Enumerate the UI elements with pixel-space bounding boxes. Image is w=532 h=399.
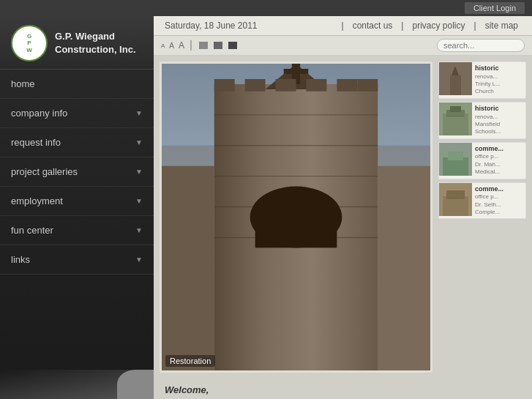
thumbnail-item-3[interactable]: comme... office p... Dr. Mah... Medical.…	[438, 142, 526, 179]
thumbnail-item-1[interactable]: historic renova... Trinity L... Church	[438, 61, 526, 99]
sidebar-item-employment[interactable]: employment ▼	[0, 187, 154, 216]
toolbar: A A A	[154, 36, 532, 56]
chevron-right-icon: ▼	[135, 168, 143, 176]
svg-rect-23	[450, 75, 461, 95]
sidebar-item-label: home	[11, 78, 35, 89]
contact-us-link[interactable]: contact us	[350, 20, 396, 31]
privacy-policy-link[interactable]: privacy policy	[409, 20, 468, 31]
content-area: Saturday, 18 June 2011 | contact us | pr…	[154, 16, 532, 399]
sidebar-item-request-info[interactable]: request info ▼	[0, 128, 154, 157]
svg-rect-32	[443, 196, 468, 216]
svg-rect-20	[357, 79, 378, 92]
sidebar-curl-decoration	[0, 370, 154, 399]
date-display: Saturday, 18 June 2011	[165, 20, 258, 31]
sidebar-item-label: links	[11, 254, 30, 265]
separator: |	[336, 20, 350, 31]
thumbnail-image-3	[439, 143, 472, 176]
sidebar-item-label: project galleries	[11, 166, 78, 177]
sidebar-item-links[interactable]: links ▼	[0, 245, 154, 275]
thumbnail-text-3: comme... office p... Dr. Mah... Medical.…	[472, 143, 525, 179]
font-size-medium-button[interactable]: A	[169, 42, 174, 50]
chevron-right-icon: ▼	[135, 256, 143, 264]
chevron-right-icon: ▼	[135, 226, 143, 234]
svg-rect-10	[284, 69, 309, 74]
view-detail-icon[interactable]	[228, 42, 237, 49]
svg-rect-17	[276, 79, 296, 92]
sidebar-item-label: request info	[11, 137, 61, 148]
top-bar: Client Login	[0, 0, 532, 16]
sidebar-item-fun-center[interactable]: fun center ▼	[0, 216, 154, 245]
thumbnail-text-4: comme... office p... Dr. Seth... Comple.…	[472, 183, 525, 219]
svg-rect-14	[378, 166, 430, 370]
welcome-text: Welcome,	[154, 379, 532, 399]
divider	[190, 40, 192, 51]
site-map-link[interactable]: site map	[482, 20, 521, 31]
svg-rect-13	[162, 166, 214, 370]
slideshow-container: Restoration historic renova...	[154, 56, 532, 379]
font-size-large-button[interactable]: A	[179, 40, 184, 51]
separator: |	[468, 20, 482, 31]
thumbnail-item-4[interactable]: comme... office p... Dr. Seth... Comple.…	[438, 182, 526, 220]
thumbnail-text-2: historic renova... Mansfield Schools...	[472, 102, 525, 138]
thumbnail-image-4	[439, 183, 472, 216]
sidebar-item-company-info[interactable]: company info ▼	[0, 99, 154, 128]
thumbnail-image-1	[439, 62, 472, 95]
slide-caption: Restoration	[165, 355, 215, 367]
logo-area: GPW G.P. Wiegand Construction, Inc.	[0, 16, 154, 70]
logo-circle: GPW	[11, 25, 48, 61]
chevron-right-icon: ▼	[135, 197, 143, 205]
client-login-button[interactable]: Client Login	[465, 2, 525, 14]
view-grid-icon[interactable]	[199, 42, 208, 49]
search-input[interactable]	[437, 39, 525, 52]
main-layout: GPW G.P. Wiegand Construction, Inc. home…	[0, 16, 532, 399]
header-nav-links: | contact us | privacy policy | site map	[336, 20, 521, 31]
chevron-right-icon: ▼	[135, 109, 143, 117]
svg-rect-16	[245, 79, 266, 92]
sidebar-item-label: company info	[11, 108, 67, 119]
chevron-right-icon: ▼	[135, 138, 143, 146]
company-name: G.P. Wiegand Construction, Inc.	[55, 30, 136, 56]
logo-icon: GPW	[26, 33, 32, 54]
sidebar-item-label: fun center	[11, 225, 53, 236]
svg-rect-15	[214, 79, 235, 92]
font-size-small-button[interactable]: A	[161, 42, 165, 49]
thumbnail-image-2	[439, 102, 472, 135]
font-controls: A A A	[161, 40, 239, 51]
sidebar: GPW G.P. Wiegand Construction, Inc. home…	[0, 16, 154, 399]
view-list-icon[interactable]	[214, 42, 222, 49]
svg-rect-19	[337, 79, 357, 92]
sidebar-item-label: employment	[11, 195, 63, 206]
svg-rect-27	[450, 106, 461, 112]
sidebar-item-project-galleries[interactable]: project galleries ▼	[0, 157, 154, 187]
sidebar-item-home[interactable]: home	[0, 70, 154, 99]
header-bar: Saturday, 18 June 2011 | contact us | pr…	[154, 16, 532, 36]
main-slide[interactable]: Restoration	[160, 61, 432, 373]
thumbnail-sidebar: historic renova... Trinity L... Church	[438, 61, 526, 373]
church-image	[162, 64, 430, 370]
svg-rect-12	[255, 215, 337, 248]
svg-rect-33	[446, 190, 465, 199]
separator: |	[395, 20, 409, 31]
thumbnail-text-1: historic renova... Trinity L... Church	[472, 62, 525, 98]
svg-rect-30	[448, 152, 463, 160]
svg-rect-18	[306, 79, 326, 92]
thumbnail-item-2[interactable]: historic renova... Mansfield Schools...	[438, 102, 526, 139]
